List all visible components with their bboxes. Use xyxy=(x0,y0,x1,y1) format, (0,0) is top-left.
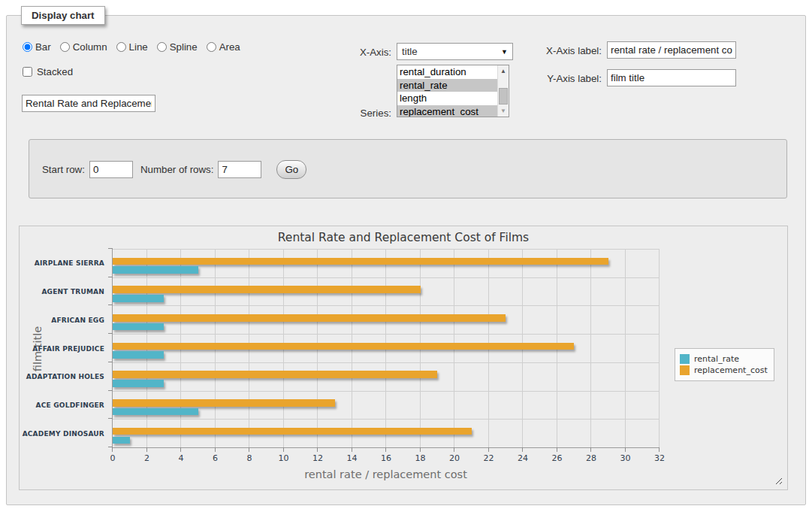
bar-replacement_cost[interactable] xyxy=(113,428,472,435)
chart-type-radio-area[interactable] xyxy=(207,42,216,52)
stacked-checkbox[interactable] xyxy=(23,67,32,77)
category-label: AGENT TRUMAN xyxy=(20,277,108,306)
x-tick-mark xyxy=(180,447,181,452)
page: { "panel": { "legend_label": "Display ch… xyxy=(0,0,812,512)
legend-swatch xyxy=(680,365,690,375)
bar-rental_rate[interactable] xyxy=(113,408,198,416)
x-tick-label: 0 xyxy=(110,453,116,463)
x-tick-mark xyxy=(249,447,249,452)
chart: Rental Rate and Replacement Cost of Film… xyxy=(19,226,788,490)
bar-replacement_cost[interactable] xyxy=(113,343,574,350)
chart-type-option-label: Line xyxy=(129,41,148,53)
chart-type-radio-spline[interactable] xyxy=(157,42,167,52)
chart-type-radio-line[interactable] xyxy=(116,42,126,52)
category-label: AIRPLANE SIERRA xyxy=(20,249,108,277)
chart-type-option-spline[interactable]: Spline xyxy=(157,41,198,53)
y-axis-label-label: Y-Axis label: xyxy=(527,73,602,84)
legend-label: rental_rate xyxy=(694,354,739,364)
category-label: AFRICAN EGG xyxy=(20,306,108,335)
chart-type-radio-column[interactable] xyxy=(60,42,70,52)
category-labels: AIRPLANE SIERRAAGENT TRUMANAFRICAN EGGAF… xyxy=(20,249,108,448)
series-option-replacement_cost[interactable]: replacement_cost xyxy=(397,105,497,118)
x-tick-label: 14 xyxy=(347,453,358,463)
chart-type-group: BarColumnLineSplineArea xyxy=(23,41,249,53)
x-tick-mark xyxy=(112,447,113,452)
category-label: AFFAIR PREJUDICE xyxy=(20,335,108,363)
bar-rental_rate[interactable] xyxy=(113,266,198,274)
x-tick-label: 10 xyxy=(279,453,289,463)
chart-title-input[interactable] xyxy=(22,95,155,112)
scroll-down-icon[interactable]: ▼ xyxy=(498,105,509,117)
bar-rental_rate[interactable] xyxy=(113,295,164,302)
legend-label: replacement_cost xyxy=(694,365,768,375)
x-axis-select-label: X-Axis: xyxy=(324,47,391,58)
category-band xyxy=(113,419,660,447)
x-tick-mark xyxy=(317,447,318,452)
series-option-length[interactable]: length xyxy=(397,92,497,105)
x-tick-mark xyxy=(557,447,557,452)
x-tick-mark xyxy=(420,447,421,452)
scroll-up-icon[interactable]: ▲ xyxy=(498,65,509,77)
start-row-label: Start row: xyxy=(42,164,85,175)
series-listbox[interactable]: rental_durationrental_ratelengthreplacem… xyxy=(397,65,509,117)
chart-type-option-label: Bar xyxy=(35,41,51,53)
series-option-rental_rate[interactable]: rental_rate xyxy=(397,79,497,92)
x-axis-select[interactable]: title ▼ xyxy=(397,43,513,60)
x-tick-mark xyxy=(454,447,454,452)
chart-type-radio-bar[interactable] xyxy=(23,42,32,52)
x-tick-mark xyxy=(590,447,591,452)
chart-type-option-column[interactable]: Column xyxy=(60,41,107,53)
bar-replacement_cost[interactable] xyxy=(113,371,437,378)
row-controls-panel: Start row: Number of rows: Go xyxy=(29,139,787,198)
x-axis-label-label: X-Axis label: xyxy=(527,45,602,56)
series-option-rental_duration[interactable]: rental_duration xyxy=(397,65,497,79)
x-axis-label-input[interactable] xyxy=(607,41,736,59)
bar-rental_rate[interactable] xyxy=(113,323,164,331)
x-tick-label: 4 xyxy=(179,453,184,463)
bar-replacement_cost[interactable] xyxy=(113,314,506,322)
y-axis-label-input[interactable] xyxy=(607,69,736,86)
bar-replacement_cost[interactable] xyxy=(113,258,608,265)
legend-item-rental_rate[interactable]: rental_rate xyxy=(680,354,768,364)
x-tick-mark xyxy=(625,447,626,452)
chart-type-option-label: Spline xyxy=(170,41,198,53)
x-tick-mark xyxy=(283,447,284,452)
chart-type-option-line[interactable]: Line xyxy=(116,41,148,53)
category-band xyxy=(113,249,660,277)
bar-replacement_cost[interactable] xyxy=(113,399,335,407)
x-tick-mark xyxy=(385,447,386,452)
x-tick-label: 16 xyxy=(381,453,391,463)
start-row-input[interactable] xyxy=(89,161,133,178)
x-tick-label: 26 xyxy=(552,453,563,463)
category-label: ACE GOLDFINGER xyxy=(20,391,108,420)
x-tick-label: 12 xyxy=(312,453,323,463)
stacked-checkbox-field[interactable]: Stacked xyxy=(23,66,73,77)
x-tick-label: 8 xyxy=(247,453,252,463)
number-of-rows-input[interactable] xyxy=(218,161,261,178)
series-label: Series: xyxy=(324,108,391,119)
chart-legend: rental_ratereplacement_cost xyxy=(675,348,774,381)
x-tick-label: 22 xyxy=(484,453,494,463)
series-scrollbar[interactable]: ▲ ▼ xyxy=(497,65,509,117)
chart-type-option-bar[interactable]: Bar xyxy=(23,41,51,53)
category-band xyxy=(113,391,660,420)
bar-rental_rate[interactable] xyxy=(113,380,164,387)
legend-item-replacement_cost[interactable]: replacement_cost xyxy=(680,365,768,375)
go-button[interactable]: Go xyxy=(276,160,306,179)
bar-rental_rate[interactable] xyxy=(113,351,164,359)
bar-rental_rate[interactable] xyxy=(113,437,130,444)
x-tick-label: 24 xyxy=(518,453,528,463)
scrollbar-thumb[interactable] xyxy=(499,88,508,105)
category-band xyxy=(113,362,660,391)
resize-handle[interactable] xyxy=(774,476,782,484)
chart-x-axis-title: rental rate / replacement cost xyxy=(112,468,660,480)
stacked-checkbox-label: Stacked xyxy=(37,66,73,77)
x-tick-label: 20 xyxy=(449,453,460,463)
chart-type-option-area[interactable]: Area xyxy=(207,41,240,53)
panel-legend: Display chart xyxy=(21,6,105,25)
number-of-rows-label: Number of rows: xyxy=(140,164,214,175)
bar-replacement_cost[interactable] xyxy=(113,286,421,293)
x-tick-label: 6 xyxy=(213,453,218,463)
category-label: ACADEMY DINOSAUR xyxy=(20,420,108,448)
chevron-down-icon: ▼ xyxy=(501,48,508,56)
